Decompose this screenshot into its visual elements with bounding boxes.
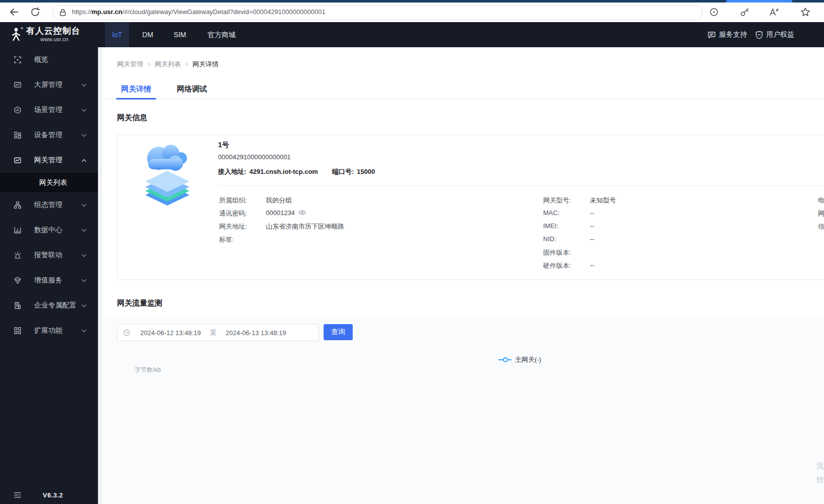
chevron-down-icon [81,279,86,282]
detail-row-hardware: 硬件版本: -- [543,261,571,270]
sidebar-label: 场景管理 [34,106,62,115]
detail-label: NID: [543,235,556,243]
sidebar-item-gateway-list[interactable]: 网关列表 [0,173,98,192]
date-to-value[interactable]: 2024-06-13 13:48:19 [226,329,286,337]
overview-icon [14,56,22,64]
access-address-label: 接入地址: [218,168,246,175]
app-navbar: 有人云控制台 www.usr.cn IoT DM SIM 官方商城 服务支持 用… [0,22,824,47]
favorite-star-icon[interactable] [800,7,811,18]
date-range-separator: 至 [210,328,217,337]
sidebar-item-alarm-linkage[interactable]: 报警联动 [0,243,98,268]
sidebar-item-configuration-management[interactable]: 组态管理 [0,192,98,218]
date-range-picker[interactable]: 2024-06-12 13:48:19 至 2024-06-13 13:48:1… [117,324,319,341]
detail-label: MAC: [543,209,560,217]
date-from-value[interactable]: 2024-06-12 13:48:19 [140,329,201,337]
port-value: 15000 [357,168,375,175]
detail-row-gateway-address: 网关地址: 山东省济南市历下区坤顺路 [219,222,247,231]
url-text[interactable]: https://mp.usr.cn/#/cloud/gateway/ViewGa… [72,8,326,16]
sidebar-sub-label: 网关列表 [39,178,67,187]
nav-tab-dm[interactable]: DM [136,22,160,47]
sidebar-label: 组态管理 [34,200,62,210]
clipped-detail-label: 电 [818,196,824,205]
detail-label: 固件版本: [543,249,571,256]
sidebar-item-value-added-services[interactable]: 增值服务 [0,268,98,293]
detail-label: 通讯密码: [219,210,247,217]
detail-label: 标签: [219,236,234,243]
detail-value: 我的分组 [266,196,292,205]
breadcrumb-gateway-list[interactable]: 网关列表 [155,60,181,69]
cloud-gateway-illustration [139,138,196,212]
detail-value: 00001234 [266,209,295,217]
detail-label: 网关地址: [219,223,247,230]
lock-icon[interactable] [59,8,67,17]
gateway-access-row: 接入地址:4291.cnsh.iot-tcp.com端口号:15000 [218,167,378,176]
hexagon-icon [14,106,22,114]
sidebar-label: 增值服务 [34,276,62,285]
sidebar-item-device-management[interactable]: 设备管理 [0,123,98,148]
tab-gateway-detail[interactable]: 网关详情 [116,79,156,99]
detail-row-firmware: 固件版本: [543,248,571,257]
port-label: 端口号: [332,168,354,175]
sidebar-label: 网关管理 [34,156,62,165]
chevron-down-icon [81,83,86,87]
breadcrumb-gateway-management[interactable]: 网关管理 [117,60,143,69]
refresh-icon[interactable] [30,7,41,18]
card-divider [218,185,824,186]
sidebar-item-extended-functions[interactable]: 扩展功能 [0,318,98,343]
browser-toolbar: https://mp.usr.cn/#/cloud/gateway/ViewGa… [0,3,824,23]
collapse-sidebar-icon[interactable] [14,491,22,499]
query-button[interactable]: 查询 [324,324,353,340]
chevron-down-icon [81,134,86,137]
sidebar-item-gateway-management[interactable]: 网关管理 [0,148,98,173]
tab-network-debug[interactable]: 网络调试 [172,79,212,99]
access-address-value: 4291.cnsh.iot-tcp.com [249,168,318,175]
building-icon [14,301,22,310]
service-support-label: 服务支持 [719,30,747,39]
clock-icon [123,329,130,336]
app-title[interactable]: 有人云控制台 [26,25,80,37]
sidebar-label: 企业专属配置 [34,301,76,310]
key-icon[interactable] [739,7,750,18]
detail-row-tags: 标签: [219,235,234,244]
gateway-device-id: 00004291000000000001 [218,153,291,161]
chart-area [102,317,824,504]
detail-label: 网关型号: [543,196,571,204]
detail-value: 未知型号 [590,196,616,205]
read-aloud-icon[interactable] [768,7,779,18]
sidebar-footer: V6.3.2 [0,491,98,500]
clipped-float-label[interactable]: 流 [816,461,824,471]
usr-logo-icon[interactable] [10,27,24,43]
chart-legend[interactable]: 主网关(-) [498,355,541,364]
grid-icon [14,327,22,335]
sidebar-item-overview[interactable]: 概览 [0,47,98,72]
back-icon[interactable] [9,7,20,18]
sidebar-item-screen-management[interactable]: 大屏管理 [0,72,98,97]
sidebar-item-enterprise-config[interactable]: 企业专属配置 [0,293,98,318]
detail-value: -- [590,222,594,230]
detail-value: 山东省济南市历下区坤顺路 [266,222,344,231]
sidebar-label: 数据中心 [34,226,62,235]
user-rights[interactable]: 用户权益 [755,22,794,47]
clipped-float-label[interactable]: 转 [816,475,824,485]
gateway-info-title: 网关信息 [117,113,147,123]
location-icon[interactable] [708,7,719,18]
detail-label: IMEI: [543,222,558,230]
chevron-down-icon [81,304,86,308]
sidebar-label: 扩展功能 [34,326,62,335]
service-support[interactable]: 服务支持 [707,22,747,47]
nav-tab-mall[interactable]: 官方商城 [199,22,244,47]
sidebar-label: 概览 [34,55,48,64]
line-series-marker-icon [498,359,511,360]
breadcrumb-separator: > [147,61,151,68]
sidebar-item-data-center[interactable]: 数据中心 [0,218,98,243]
badge-icon [14,276,22,284]
nav-tab-sim[interactable]: SIM [166,22,193,47]
detail-row-comm-password: 通讯密码: 00001234 [219,209,247,218]
clipped-detail-label: 网 [818,209,824,218]
bar-chart-icon [14,226,22,234]
detail-value: -- [590,235,594,243]
detail-value: -- [590,209,594,217]
sidebar-item-scene-management[interactable]: 场景管理 [0,97,98,123]
eye-icon[interactable] [298,210,306,216]
nav-tab-iot[interactable]: IoT [105,22,129,47]
